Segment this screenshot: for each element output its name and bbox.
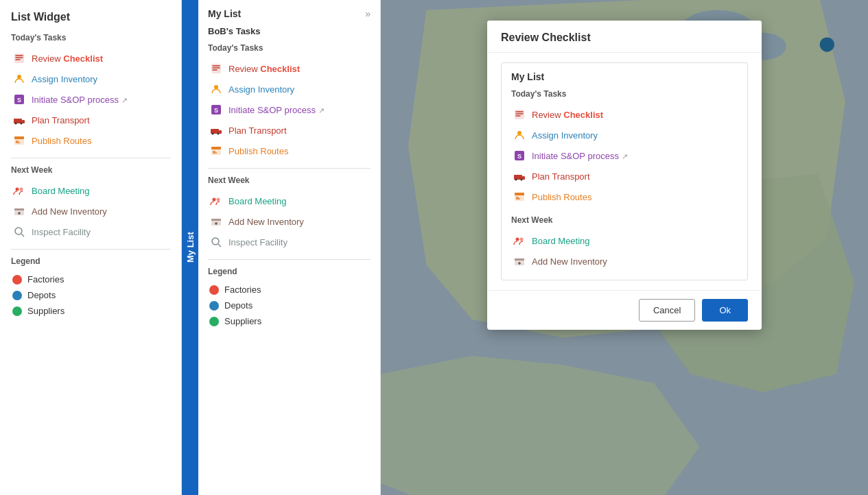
task-add-inventory-mid[interactable]: Add New Inventory: [208, 211, 371, 232]
modal-task-review-checklist[interactable]: Review Checklist: [511, 104, 738, 125]
add-inventory-icon-left: [12, 204, 26, 218]
add-inventory-label-mid: Add New Inventory: [228, 217, 304, 227]
svg-rect-25: [219, 130, 222, 134]
legend-label-left: Legend: [11, 256, 170, 266]
assign-inventory-label-left: Assign Inventory: [32, 74, 97, 84]
factories-dot-left: [12, 275, 22, 285]
modal-inner-box: My List Today's Tasks Review Checklist A…: [501, 62, 748, 280]
divider-1-mid: [208, 168, 371, 169]
svg-text:S: S: [17, 97, 21, 104]
task-initiate-saop-left[interactable]: S Initiate S&OP process ↗: [11, 89, 170, 110]
publish-routes-icon-left: [12, 134, 26, 147]
modal-footer: Cancel Ok: [487, 290, 762, 330]
svg-rect-9: [14, 136, 24, 139]
suppliers-dot-left: [12, 306, 22, 316]
inspect-facility-icon-mid: [209, 235, 223, 249]
task-inspect-facility-mid[interactable]: Inspect Facility: [208, 232, 371, 252]
board-meeting-icon-left: [12, 184, 26, 197]
task-initiate-saop-mid[interactable]: S Initiate S&OP process ↗: [208, 99, 371, 120]
my-list-content: My List » BoB's Tasks Today's Tasks Revi…: [198, 0, 380, 495]
list-widget-title: List Widget: [11, 11, 170, 23]
inspect-facility-label-left: Inspect Facility: [32, 227, 91, 237]
task-publish-routes-left[interactable]: Publish Routes: [11, 130, 170, 151]
modal-inventory-label: Add New Inventory: [532, 256, 607, 267]
board-meeting-label-mid: Board Meeting: [228, 196, 287, 206]
suppliers-label-mid: Suppliers: [224, 316, 261, 326]
my-list-title: My List: [208, 8, 241, 19]
cancel-button[interactable]: Cancel: [639, 299, 695, 322]
divider-1-left: [11, 158, 170, 158]
task-plan-transport-mid[interactable]: Plan Transport: [208, 120, 371, 141]
modal-review-icon: [513, 108, 526, 121]
plan-transport-label-left: Plan Transport: [32, 115, 90, 125]
task-review-checklist-left[interactable]: Review Checklist: [11, 48, 170, 69]
svg-point-21: [214, 85, 218, 89]
task-publish-routes-mid[interactable]: Publish Routes: [208, 141, 371, 161]
modal-publish-icon: [513, 190, 526, 204]
next-week-label-left: Next Week: [11, 165, 170, 175]
modal-task-publish-routes[interactable]: Publish Routes: [511, 186, 738, 207]
svg-rect-20: [211, 64, 221, 73]
svg-point-32: [213, 198, 216, 202]
depots-label-mid: Depots: [224, 300, 253, 311]
svg-rect-29: [211, 147, 221, 149]
task-board-meeting-left[interactable]: Board Meeting: [11, 180, 170, 201]
modal-initiate-label: Initiate S&OP process ↗: [532, 151, 628, 161]
svg-point-52: [521, 179, 523, 181]
task-plan-transport-left[interactable]: Plan Transport: [11, 110, 170, 130]
task-add-inventory-left[interactable]: Add New Inventory: [11, 201, 170, 221]
inspect-facility-label-mid: Inspect Facility: [228, 237, 288, 248]
map-area: Review Checklist My List Today's Tasks R…: [381, 0, 868, 495]
svg-rect-60: [515, 258, 524, 261]
board-meeting-label-left: Board Meeting: [32, 186, 90, 196]
factories-dot-mid: [209, 285, 219, 295]
svg-rect-54: [515, 193, 524, 195]
publish-routes-icon-mid: [209, 144, 223, 158]
modal-review-label: Review Checklist: [532, 110, 603, 120]
svg-text:S: S: [517, 153, 521, 160]
initiate-saop-icon-mid: S: [209, 103, 223, 117]
assign-inventory-icon-left: [12, 72, 26, 86]
task-inspect-facility-left[interactable]: Inspect Facility: [11, 221, 170, 242]
plan-transport-label-mid: Plan Transport: [228, 125, 287, 136]
svg-point-1: [17, 75, 21, 79]
factories-label-left: Factories: [27, 274, 64, 285]
legend-depots-left: Depots: [11, 287, 170, 303]
my-list-tab[interactable]: My List: [182, 0, 198, 495]
svg-point-46: [517, 131, 521, 135]
modal-task-plan-transport[interactable]: Plan Transport: [511, 166, 738, 186]
modal-task-add-inventory[interactable]: Add New Inventory: [511, 251, 738, 271]
modal-assign-icon: [513, 128, 526, 142]
bob-tasks-label: BoB's Tasks: [208, 26, 371, 36]
svg-point-38: [212, 238, 219, 245]
modal-publish-label: Publish Routes: [532, 192, 591, 202]
review-checklist-label-mid: Review Checklist: [228, 64, 300, 74]
modal-task-board-meeting[interactable]: Board Meeting: [511, 230, 738, 251]
next-week-label-mid: Next Week: [208, 176, 371, 185]
svg-point-12: [16, 188, 19, 191]
review-checklist-modal: Review Checklist My List Today's Tasks R…: [487, 21, 762, 330]
task-assign-inventory-left[interactable]: Assign Inventory: [11, 69, 170, 89]
svg-point-51: [515, 179, 517, 181]
modal-next-week-label: Next Week: [511, 215, 738, 225]
modal-task-assign-inventory[interactable]: Assign Inventory: [511, 125, 738, 145]
ok-button[interactable]: Ok: [702, 299, 748, 322]
modal-board-label: Board Meeting: [532, 236, 590, 246]
expand-icon[interactable]: »: [365, 8, 371, 19]
my-list-panel: My List My List » BoB's Tasks Today's Ta…: [182, 0, 381, 495]
modal-task-initiate-saop[interactable]: S Initiate S&OP process ↗: [511, 145, 738, 166]
add-inventory-label-left: Add New Inventory: [32, 206, 107, 217]
svg-point-7: [21, 123, 23, 125]
modal-body: My List Today's Tasks Review Checklist A…: [487, 53, 762, 290]
my-list-header: My List »: [208, 8, 371, 19]
depots-dot-mid: [209, 301, 219, 311]
task-board-meeting-mid[interactable]: Board Meeting: [208, 191, 371, 211]
svg-point-18: [15, 228, 22, 234]
assign-inventory-label-mid: Assign Inventory: [228, 84, 294, 95]
svg-text:S: S: [214, 107, 218, 114]
task-review-checklist-mid[interactable]: Review Checklist: [208, 58, 371, 79]
task-assign-inventory-mid[interactable]: Assign Inventory: [208, 79, 371, 99]
assign-inventory-icon-mid: [209, 82, 223, 96]
todays-tasks-label-mid: Today's Tasks: [208, 43, 371, 53]
modal-assign-label: Assign Inventory: [532, 130, 598, 141]
